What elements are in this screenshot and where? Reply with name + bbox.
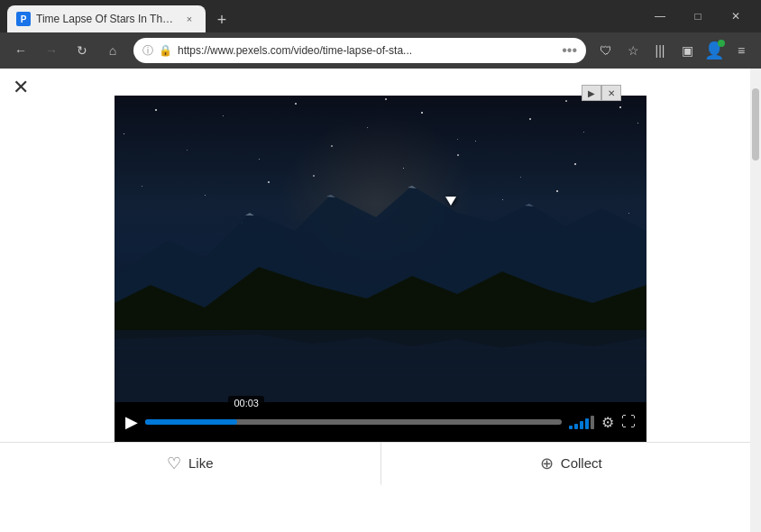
window-controls: — □ ✕ (642, 0, 754, 32)
browser-window: P Time Lapse Of Stars In The Sky × + — □… (0, 0, 761, 532)
forward-button[interactable]: → (38, 37, 65, 64)
page-close-button[interactable]: ✕ (13, 76, 29, 99)
tab-title: Time Lapse Of Stars In The Sky (36, 13, 177, 25)
refresh-button[interactable]: ↻ (69, 37, 96, 64)
pocket-icon[interactable]: 🛡 (593, 38, 619, 63)
settings-button[interactable]: ⚙ (601, 414, 614, 431)
minimize-button[interactable]: — (642, 0, 678, 32)
window-close-button[interactable]: ✕ (718, 0, 754, 32)
play-button[interactable]: ▶ (125, 412, 138, 432)
menu-button[interactable]: ≡ (729, 38, 754, 63)
collect-button[interactable]: ⊕ Collect (381, 443, 762, 486)
scrollbar-thumb[interactable] (752, 88, 759, 161)
action-bar: ♡ Like ⊕ Collect (0, 442, 761, 486)
bookmark-icon[interactable]: ☆ (620, 38, 646, 63)
volume-indicator (569, 415, 594, 429)
progress-fill (145, 419, 237, 425)
vol-bar-2 (574, 424, 578, 429)
active-tab[interactable]: P Time Lapse Of Stars In The Sky × (7, 5, 206, 32)
home-button[interactable]: ⌂ (99, 37, 126, 64)
like-label: Like (188, 455, 214, 471)
like-button[interactable]: ♡ Like (0, 443, 381, 486)
time-tooltip: 00:03 (228, 396, 264, 410)
lock-icon: 🔒 (159, 44, 172, 57)
vol-bar-4 (585, 418, 589, 429)
url-text: https://www.pexels.com/video/time-lapse-… (178, 44, 556, 57)
overlay-close-button[interactable]: ✕ (601, 85, 621, 101)
heart-icon: ♡ (167, 454, 181, 473)
vol-bar-1 (569, 426, 573, 429)
page-content: ✕ ▶ ✕ (0, 69, 761, 532)
video-controls-bar: ▶ 00:03 ⚙ ⛶ (115, 402, 646, 442)
profile-icon[interactable]: 👤 (701, 38, 727, 63)
sidebar-icon[interactable]: ▣ (674, 38, 700, 63)
vol-bar-3 (580, 421, 583, 429)
video-frame (115, 96, 646, 402)
progress-bar[interactable]: 00:03 (145, 419, 562, 425)
back-button[interactable]: ← (7, 37, 34, 64)
vol-bar-5 (591, 416, 594, 429)
address-more-button[interactable]: ••• (562, 42, 577, 59)
address-bar[interactable]: ⓘ 🔒 https://www.pexels.com/video/time-la… (133, 38, 586, 63)
collect-icon: ⊕ (540, 454, 554, 473)
maximize-button[interactable]: □ (680, 0, 716, 32)
tab-close-button[interactable]: × (182, 12, 197, 26)
video-overlay-controls: ▶ ✕ (582, 85, 621, 101)
collect-label: Collect (561, 455, 602, 471)
online-badge (718, 40, 725, 47)
new-tab-button[interactable]: + (209, 7, 234, 32)
library-icon[interactable]: ||| (647, 38, 673, 63)
mouse-cursor (445, 197, 456, 206)
title-bar: P Time Lapse Of Stars In The Sky × + — □… (0, 0, 761, 32)
overlay-play-button[interactable]: ▶ (582, 85, 601, 101)
fullscreen-button[interactable]: ⛶ (621, 414, 636, 430)
navigation-bar: ← → ↻ ⌂ ⓘ 🔒 https://www.pexels.com/video… (0, 32, 761, 69)
water-reflection (115, 330, 646, 402)
mountains-silhouette (115, 168, 646, 330)
scrollbar[interactable] (750, 69, 761, 532)
info-icon: ⓘ (142, 43, 153, 59)
tab-favicon: P (16, 12, 31, 26)
video-player: ▶ 00:03 ⚙ ⛶ (115, 96, 646, 442)
tab-area: P Time Lapse Of Stars In The Sky × + (7, 0, 642, 32)
nav-right-icons: 🛡 ☆ ||| ▣ 👤 ≡ (593, 38, 754, 63)
